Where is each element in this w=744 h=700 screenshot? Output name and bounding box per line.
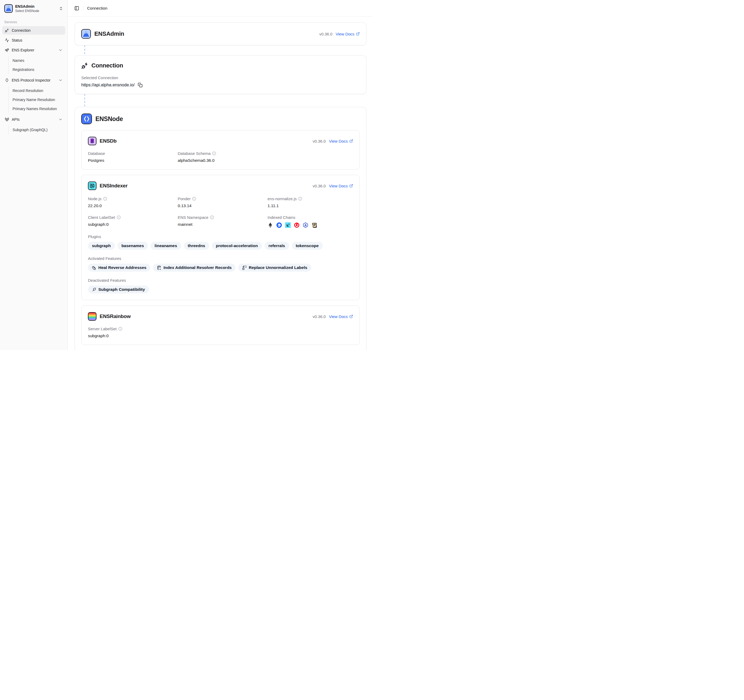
ensrainbow-version: v0.36.0: [312, 314, 326, 319]
feature-badge: Heal Reverse Addresses: [88, 264, 150, 272]
dashed-connector: [85, 94, 85, 107]
panel-left-icon: [74, 6, 79, 10]
ens-normalize-value: 1.11.1: [268, 203, 353, 208]
ensnode-logo-icon: [81, 113, 92, 124]
ensnode-selector[interactable]: ENSAdmin Select ENSNode: [2, 3, 65, 14]
indexed-chains-field: Indexed Chains: [268, 215, 353, 228]
feature-label: Subgraph Compatibility: [98, 287, 145, 292]
info-icon[interactable]: [212, 151, 216, 155]
breadcrumb: Connection: [87, 6, 107, 10]
ensindexer-card: ENSIndexer v0.36.0 View Docs: [81, 175, 360, 300]
ethereum-chain-icon: [268, 222, 273, 228]
ensnode-card-title: ENSNode: [95, 115, 123, 123]
info-icon[interactable]: [117, 215, 121, 219]
ensadmin-logo-icon: [4, 4, 13, 13]
selected-connection-label: Selected Connection: [81, 76, 360, 80]
feature-badge: Index Additional Resolver Records: [153, 264, 235, 272]
ens-namespace-value: mainnet: [178, 222, 268, 227]
activated-features-section: Activated Features Heal Reverse Addresse…: [88, 256, 353, 272]
client-labelset-label: Client LabelSet: [88, 215, 115, 220]
sidebar-item-ens-protocol-inspector[interactable]: ENS Protocol Inspector: [2, 76, 65, 85]
activated-features-row: Heal Reverse Addresses Index Additional …: [88, 264, 353, 272]
sidebar-item-names[interactable]: Names: [9, 56, 65, 65]
activity-icon: [5, 38, 9, 42]
feature-label: Index Additional Resolver Records: [163, 265, 232, 270]
external-link-icon: [349, 314, 353, 318]
plugin-badge: subgraph: [88, 242, 115, 250]
plug-zap-icon: [81, 62, 88, 69]
connection-card-title: Connection: [91, 62, 123, 69]
ens-normalize-field: ens-normalize.js 1.11.1: [268, 197, 353, 208]
optimism-chain-icon: [294, 222, 299, 228]
sidebar-item-label: APIs: [12, 117, 56, 122]
ensdb-card: ENSDb v0.36.0 View Docs: [81, 130, 360, 170]
ens-namespace-field: ENS Namespace mainnet: [178, 215, 268, 228]
ensdb-logo-icon: [88, 137, 97, 145]
ensadmin-card-title: ENSAdmin: [94, 30, 124, 37]
sidebar: ENSAdmin Select ENSNode Services Connect…: [0, 0, 68, 350]
nodejs-field: Node.js 22.20.0: [88, 197, 178, 208]
sidebar-item-ens-explorer[interactable]: ENS Explorer: [2, 46, 65, 54]
ensdb-card-title: ENSDb: [100, 138, 116, 144]
scroll-chain-icon: [311, 222, 317, 228]
sidebar-item-primary-name-resolution[interactable]: Primary Name Resolution: [9, 95, 65, 104]
external-link-icon: [349, 139, 353, 143]
app-name: ENSAdmin: [15, 4, 57, 9]
sidebar-item-label: Status: [12, 38, 62, 42]
plugins-section: Plugins subgraph basenames lineanames th…: [88, 234, 353, 250]
ensrainbow-view-docs-link[interactable]: View Docs: [329, 314, 353, 319]
database-label: Database: [88, 151, 178, 156]
nodejs-label: Node.js: [88, 197, 101, 201]
database-schema-field: Database Schema alphaSchema0.36.0: [178, 151, 268, 163]
main-area: Connection ENSAdmin: [68, 0, 372, 350]
ensindexer-view-docs-link[interactable]: View Docs: [329, 184, 353, 188]
sidebar-item-connection[interactable]: Connection: [2, 26, 65, 35]
sidebar-item-subgraph-graphql[interactable]: Subgraph (GraphQL): [9, 125, 65, 134]
feature-label: Replace Unnormalized Labels: [248, 265, 307, 270]
ensrainbow-logo-icon: [88, 312, 97, 321]
activated-features-label: Activated Features: [88, 256, 353, 261]
sidebar-item-registrations[interactable]: Registrations: [9, 65, 65, 74]
sidebar-item-primary-names-resolution[interactable]: Primary Names Resolution: [9, 104, 65, 113]
the-graph-icon: [92, 287, 97, 292]
info-icon[interactable]: [103, 197, 107, 201]
ensadmin-view-docs-link[interactable]: View Docs: [335, 32, 360, 36]
view-docs-label: View Docs: [335, 32, 354, 36]
pill-icon: [92, 265, 97, 270]
services-section-label: Services: [4, 20, 63, 24]
ensdb-view-docs-link[interactable]: View Docs: [329, 139, 353, 143]
ens-normalize-label: ens-normalize.js: [268, 197, 296, 201]
sidebar-item-apis[interactable]: APIs: [2, 115, 65, 124]
info-icon[interactable]: [298, 197, 302, 201]
ens-protocol-inspector-subitems: Record Resolution Primary Name Resolutio…: [8, 86, 65, 113]
info-icon[interactable]: [192, 197, 196, 201]
plug-zap-icon: [5, 28, 9, 33]
arbitrum-chain-icon: [303, 222, 308, 228]
sidebar-item-record-resolution[interactable]: Record Resolution: [9, 86, 65, 95]
database-field: Database Postgres: [88, 151, 178, 163]
info-icon[interactable]: [210, 215, 214, 219]
ensindexer-card-title: ENSIndexer: [100, 183, 128, 189]
linea-chain-icon: [285, 222, 291, 228]
info-icon[interactable]: [118, 327, 122, 331]
sidebar-item-status[interactable]: Status: [2, 36, 65, 45]
connection-card: Connection Selected Connection https://a…: [74, 55, 366, 94]
feature-badge: Replace Unnormalized Labels: [238, 264, 311, 272]
indexed-chains-label: Indexed Chains: [268, 215, 353, 220]
ponder-field: Ponder 0.13.14: [178, 197, 268, 208]
page-content: ENSAdmin v0.36.0 View Docs: [68, 16, 372, 350]
app-subtitle: Select ENSNode: [15, 9, 57, 13]
ensrainbow-card-title: ENSRainbow: [100, 313, 131, 319]
chevron-down-icon: [58, 48, 62, 52]
database-schema-label: Database Schema: [178, 151, 211, 156]
apis-subitems: Subgraph (GraphQL): [8, 125, 65, 135]
ensindexer-version: v0.36.0: [312, 184, 326, 188]
copy-icon[interactable]: [138, 83, 143, 88]
view-docs-label: View Docs: [329, 139, 348, 143]
header-divider: [83, 6, 83, 10]
feature-badge: Subgraph Compatibility: [88, 286, 149, 293]
ponder-label: Ponder: [178, 197, 190, 201]
server-labelset-field: Server LabelSet subgraph:0: [88, 326, 353, 338]
sidebar-toggle-button[interactable]: [73, 4, 80, 12]
chevrons-up-down-icon: [59, 6, 63, 10]
